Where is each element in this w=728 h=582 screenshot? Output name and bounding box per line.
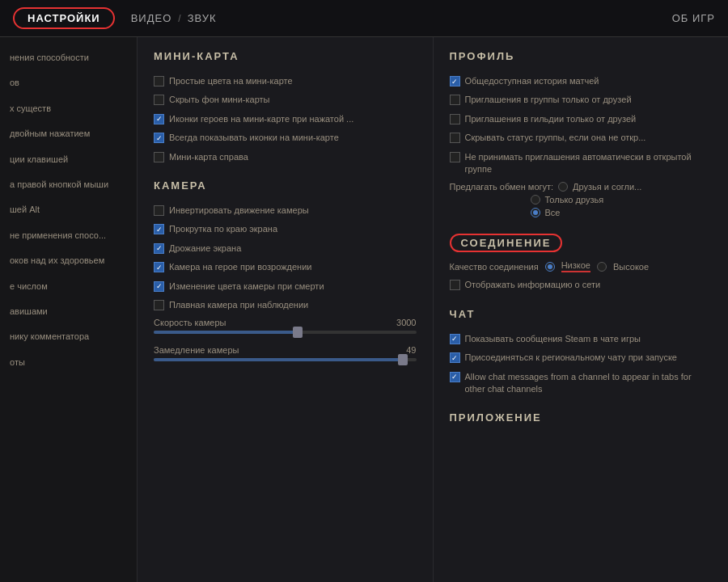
- camera-checkbox-4[interactable]: [154, 281, 164, 292]
- trade-radio-2[interactable]: [531, 208, 540, 217]
- sidebar-item-0[interactable]: нения способности: [0, 45, 137, 70]
- content-area: МИНИ-КАРТА Простые цвета на мини-карте С…: [138, 37, 728, 582]
- profile-label-4: Не принимать приглашения автоматически в…: [465, 151, 713, 176]
- camera-checkbox-3[interactable]: [154, 262, 164, 272]
- profile-checkbox-3[interactable]: [450, 133, 460, 143]
- profile-checkbox-1[interactable]: [450, 95, 460, 105]
- camera-checkbox-0[interactable]: [154, 205, 164, 216]
- sidebar-item-12[interactable]: оты: [0, 350, 137, 375]
- camera-option-3[interactable]: Камера на герое при возрождении: [154, 261, 417, 273]
- minimap-option-1[interactable]: Скрыть фон мини-карты: [154, 94, 417, 106]
- profile-option-1[interactable]: Приглашения в группы только от друзей: [450, 94, 713, 106]
- minimap-section: МИНИ-КАРТА Простые цвета на мини-карте С…: [154, 50, 417, 163]
- sidebar-item-10[interactable]: авишами: [0, 299, 137, 324]
- sidebar-item-5[interactable]: а правой кнопкой мыши: [0, 172, 137, 197]
- minimap-option-2[interactable]: Иконки героев на мини-карте при нажатой …: [154, 113, 417, 125]
- camera-option-0[interactable]: Инвертировать движение камеры: [154, 205, 417, 217]
- profile-option-4[interactable]: Не принимать приглашения автоматически в…: [450, 151, 713, 176]
- camera-delay-track[interactable]: [154, 358, 417, 361]
- camera-speed-label: Скорость камеры: [154, 318, 226, 327]
- trade-option-0: Друзья и согли...: [573, 182, 641, 192]
- chat-checkbox-2[interactable]: [450, 372, 460, 382]
- profile-checkbox-4[interactable]: [450, 152, 460, 162]
- chat-label-1: Присоединяться к региональному чату при …: [465, 352, 713, 364]
- trade-option-1-row[interactable]: Только друзья: [450, 195, 713, 205]
- profile-option-0[interactable]: Общедоступная история матчей: [450, 75, 713, 87]
- minimap-checkbox-2[interactable]: [154, 114, 164, 124]
- nav-divider: /: [178, 13, 180, 24]
- sidebar-item-9[interactable]: е числом: [0, 274, 137, 299]
- chat-checkbox-1[interactable]: [450, 352, 460, 363]
- minimap-checkbox-1[interactable]: [154, 95, 164, 105]
- minimap-option-0[interactable]: Простые цвета на мини-карте: [154, 75, 417, 87]
- sidebar-item-2[interactable]: х существ: [0, 96, 137, 121]
- settings-button[interactable]: НАСТРОЙКИ: [13, 7, 115, 29]
- camera-checkbox-5[interactable]: [154, 300, 164, 310]
- sidebar-item-3[interactable]: двойным нажатием: [0, 121, 137, 146]
- chat-label-2: Allow chat messages from a channel to ap…: [465, 371, 713, 396]
- sidebar-item-7[interactable]: не применения спосо...: [0, 223, 137, 248]
- app-header: ПРИЛОЖЕНИЕ: [450, 411, 713, 427]
- camera-section: КАМЕРА Инвертировать движение камеры Про…: [154, 179, 417, 361]
- network-info-row[interactable]: Отображать информацию о сети: [450, 279, 713, 291]
- minimap-checkbox-4[interactable]: [154, 152, 164, 162]
- profile-option-3[interactable]: Скрывать статус группы, если она не откр…: [450, 132, 713, 144]
- minimap-option-3[interactable]: Всегда показывать иконки на мини-карте: [154, 132, 417, 144]
- video-nav-link[interactable]: ВИДЕО: [131, 12, 172, 24]
- trade-radio-0[interactable]: [558, 182, 568, 192]
- app-section: ПРИЛОЖЕНИЕ: [450, 411, 713, 427]
- network-info-label: Отображать информацию о сети: [465, 279, 713, 291]
- quality-radio-high[interactable]: [597, 262, 607, 272]
- profile-checkbox-2[interactable]: [450, 114, 460, 124]
- about-nav-link[interactable]: ОБ ИГР: [672, 12, 715, 24]
- profile-option-2[interactable]: Приглашения в гильдии только от друзей: [450, 113, 713, 125]
- camera-speed-fill: [154, 331, 298, 334]
- camera-speed-slider[interactable]: Скорость камеры 3000: [154, 318, 417, 334]
- camera-checkbox-1[interactable]: [154, 224, 164, 234]
- camera-option-5[interactable]: Плавная камера при наблюдении: [154, 299, 417, 311]
- sidebar-item-4[interactable]: ции клавишей: [0, 147, 137, 172]
- sidebar-item-1[interactable]: ов: [0, 70, 137, 95]
- quality-radio-low[interactable]: [545, 262, 555, 272]
- minimap-option-4[interactable]: Мини-карта справа: [154, 151, 417, 163]
- camera-option-1[interactable]: Прокрутка по краю экрана: [154, 223, 417, 235]
- camera-checkbox-2[interactable]: [154, 243, 164, 254]
- trade-label-row: Предлагать обмен могут: Друзья и согли..…: [450, 182, 713, 192]
- minimap-header: МИНИ-КАРТА: [154, 50, 417, 65]
- chat-option-2[interactable]: Allow chat messages from a channel to ap…: [450, 371, 713, 396]
- top-nav: НАСТРОЙКИ ВИДЕО / ЗВУК ОБ ИГР: [0, 0, 728, 37]
- minimap-label-3: Всегда показывать иконки на мини-карте: [169, 132, 417, 144]
- trade-radio-1[interactable]: [531, 195, 540, 205]
- camera-option-4[interactable]: Изменение цвета камеры при смерти: [154, 280, 417, 293]
- profile-checkbox-0[interactable]: [450, 76, 460, 86]
- minimap-checkbox-3[interactable]: [154, 133, 164, 143]
- camera-delay-thumb[interactable]: [398, 354, 408, 365]
- profile-header: ПРОФИЛЬ: [450, 50, 713, 65]
- camera-delay-slider[interactable]: Замедление камеры 49: [154, 345, 417, 361]
- camera-delay-label: Замедление камеры: [154, 345, 239, 355]
- chat-checkbox-0[interactable]: [450, 334, 460, 344]
- sound-nav-link[interactable]: ЗВУК: [188, 12, 217, 24]
- sidebar-item-11[interactable]: нику комментатора: [0, 324, 137, 349]
- profile-label-2: Приглашения в гильдии только от друзей: [465, 113, 713, 125]
- minimap-checkbox-0[interactable]: [154, 76, 164, 86]
- camera-speed-track[interactable]: [154, 331, 417, 334]
- left-panel: МИНИ-КАРТА Простые цвета на мини-карте С…: [138, 37, 434, 582]
- trade-option-2-row[interactable]: Все: [450, 208, 713, 217]
- chat-option-1[interactable]: Присоединяться к региональному чату при …: [450, 352, 713, 364]
- network-info-checkbox[interactable]: [450, 280, 460, 290]
- trade-label: Предлагать обмен могут:: [450, 182, 554, 192]
- sidebar-item-6[interactable]: шей Alt: [0, 197, 137, 222]
- minimap-label-1: Скрыть фон мини-карты: [169, 94, 417, 106]
- sidebar-item-8[interactable]: оков над их здоровьем: [0, 248, 137, 273]
- connection-header: СОЕДИНЕНИЕ: [461, 237, 552, 252]
- camera-label-3: Камера на герое при возрождении: [169, 261, 417, 273]
- sidebar: нения способности ов х существ двойным н…: [0, 37, 138, 582]
- camera-speed-thumb[interactable]: [293, 327, 303, 338]
- profile-label-1: Приглашения в группы только от друзей: [465, 94, 713, 106]
- trade-option-1-label: Только друзья: [545, 195, 604, 205]
- profile-section: ПРОФИЛЬ Общедоступная история матчей При…: [450, 50, 713, 217]
- camera-option-2[interactable]: Дрожание экрана: [154, 242, 417, 255]
- profile-label-0: Общедоступная история матчей: [465, 75, 713, 87]
- chat-option-0[interactable]: Показывать сообщения Steam в чате игры: [450, 333, 713, 345]
